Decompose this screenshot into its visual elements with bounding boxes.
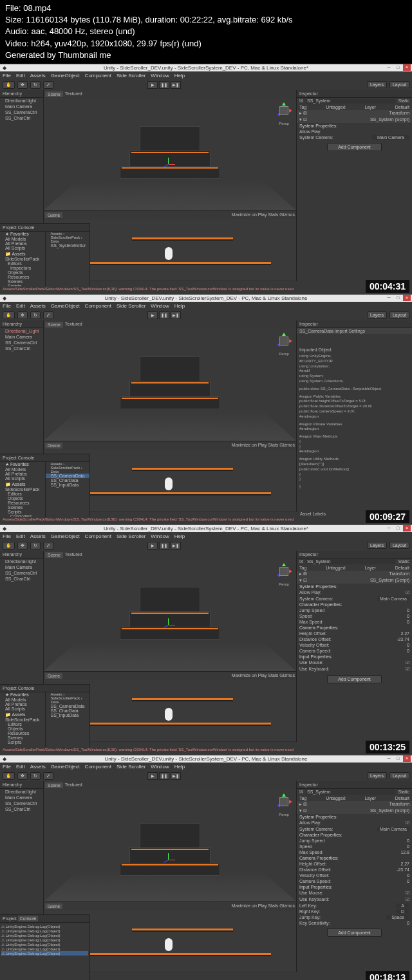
timestamp: 00:04:31	[366, 280, 409, 293]
window-title-bar: ◆ Unity - SideScroller_DEV.unity - SideS…	[0, 64, 412, 71]
video-info: Video: h264, yuv420p, 1920x1080, 29.97 f…	[5, 38, 407, 50]
unity-icon: ◆	[3, 65, 6, 71]
thumbnail-4: ◆Unity - SideScroller_DEV.unity - SideSc…	[0, 755, 412, 980]
layout-dropdown[interactable]: Layout	[389, 81, 409, 88]
minimize-button[interactable]: ─	[385, 64, 393, 71]
textured-dropdown[interactable]: Textured	[65, 91, 82, 97]
inspector-tab[interactable]: Inspector	[297, 90, 412, 98]
filesize: Size: 116160134 bytes (110.78 MiB), dura…	[5, 14, 407, 26]
player-capsule	[165, 247, 173, 260]
hierarchy-tab[interactable]: Hierarchy	[0, 90, 43, 98]
hierarchy-item[interactable]: Main Camera	[0, 104, 43, 109]
hierarchy-item[interactable]: Directional light	[0, 98, 43, 104]
layers-dropdown[interactable]: Layers	[367, 81, 387, 88]
filename: File: 08.mp4	[5, 3, 407, 14]
view-cube[interactable]: Persp	[274, 101, 294, 120]
scene-view[interactable]: Persp	[44, 98, 296, 210]
hand-tool[interactable]: ✋	[3, 81, 15, 89]
rotate-tool[interactable]: ↻	[30, 81, 41, 89]
project-tab[interactable]: Project	[3, 225, 17, 230]
maximize-button[interactable]: □	[394, 64, 402, 71]
thumbnail-3: ◆Unity - SideScroller_DEV.unity - SideSc…	[0, 524, 412, 755]
status-bar: Assets/SideScrollerPack/Editor/Windows/S…	[0, 286, 412, 294]
game-tab[interactable]: Game	[45, 212, 62, 218]
step-button[interactable]: ▶❚	[171, 81, 181, 89]
audio-info: Audio: aac, 48000 Hz, stereo (und)	[5, 26, 407, 37]
file-info-header: File: 08.mp4 Size: 116160134 bytes (110.…	[0, 0, 412, 64]
close-button[interactable]: ×	[403, 64, 411, 71]
move-tool[interactable]: ✥	[17, 81, 28, 89]
generated-by: Generated by Thumbnail me	[5, 50, 407, 61]
project-panel: Project Console ★ Favorites All Models A…	[0, 223, 90, 294]
add-component-button[interactable]: Add Component	[327, 143, 382, 151]
menu-bar: File Edit Assets GameObject Component Si…	[0, 71, 412, 80]
menu-help[interactable]: Help	[174, 73, 185, 79]
menu-assets[interactable]: Assets	[30, 73, 46, 79]
menu-file[interactable]: File	[3, 73, 11, 79]
window-title: Unity - SideScroller_DEV.unity - SideScr…	[104, 65, 308, 71]
console-log: ⚠ UnityEngine.Debug:Log(Object) ⚠ UnityE…	[0, 923, 89, 957]
menu-gameobject[interactable]: GameObject	[51, 73, 80, 79]
pause-button[interactable]: ❚❚	[159, 81, 169, 89]
inspector-panel: Inspector ☒SS_SystemStatic TagUntaggedLa…	[296, 90, 412, 281]
scale-tool[interactable]: ⤢	[43, 81, 53, 89]
thumbnail-2: ◆Unity - SideScroller_DEV.unity - SideSc…	[0, 294, 412, 524]
scene-toolbar: Scene Textured	[44, 90, 296, 98]
menu-sidescroller[interactable]: Side Scroller	[117, 73, 145, 79]
menu-edit[interactable]: Edit	[16, 73, 25, 79]
scene-tab[interactable]: Scene	[45, 91, 63, 97]
console-tab[interactable]: Console	[18, 225, 35, 230]
code-preview: using UnityEngine;#if UNITY_EDITORusing …	[297, 353, 412, 491]
menu-window[interactable]: Window	[151, 73, 169, 79]
menu-component[interactable]: Component	[85, 73, 111, 79]
play-button[interactable]: ▶	[147, 81, 158, 89]
main-toolbar: ✋ ✥ ↻ ⤢ ▶ ❚❚ ▶❚ Layers Layout	[0, 80, 412, 90]
thumbnail-1: ◆ Unity - SideScroller_DEV.unity - SideS…	[0, 64, 412, 294]
hierarchy-item[interactable]: SS_CameraCtrl	[0, 109, 43, 115]
hierarchy-item[interactable]: SS_CharCtrl	[0, 115, 43, 121]
